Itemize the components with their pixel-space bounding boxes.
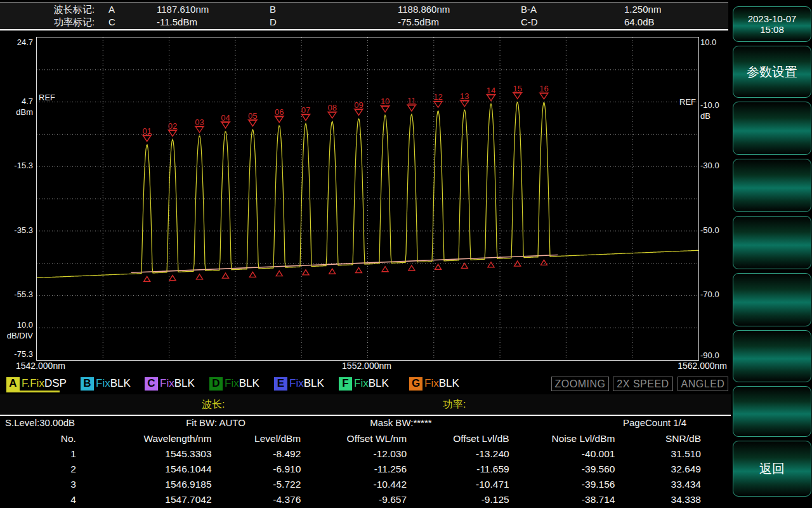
noise-marker-triangle — [144, 276, 150, 281]
ref-label-left: REF — [39, 93, 55, 102]
trace-letter-box: F — [339, 377, 352, 391]
peak-marker-triangle — [381, 106, 389, 112]
marker-ba-value: 1.250nm — [624, 3, 728, 16]
softkey-blank-2[interactable] — [733, 159, 811, 212]
trace-letter-box: C — [145, 377, 158, 391]
wavelength-analysis-label: 波长: — [202, 398, 225, 411]
table-cell: -13.240 — [407, 446, 509, 462]
softkey-blank-6[interactable] — [733, 386, 811, 437]
right-axis-tick: -50.0 — [700, 226, 719, 235]
peak-marker-triangle — [408, 105, 416, 111]
table-cell: 33.434 — [615, 477, 701, 492]
right-axis-unit: dB — [700, 112, 710, 121]
softkey-blank-5[interactable] — [733, 330, 811, 382]
table-cell: 1546.9185 — [76, 477, 212, 492]
table-cell: -8.492 — [212, 446, 301, 462]
left-axis-tick: 4.7 — [0, 97, 33, 106]
softkey-blank-4[interactable] — [733, 273, 811, 326]
noise-marker-triangle — [461, 264, 468, 269]
noise-fit-line — [131, 255, 558, 272]
trace-letter-box: E — [274, 377, 287, 391]
col-header: Level/dBm — [212, 431, 301, 446]
table-cell: -12.030 — [301, 446, 407, 462]
marker-a-label: A — [108, 3, 157, 16]
peak-marker-triangle — [355, 110, 362, 116]
table-cell: 1545.3303 — [76, 446, 212, 462]
col-header: No. — [0, 431, 76, 446]
trace-letter-box: D — [209, 377, 223, 391]
fit-bw-value: Fit BW: AUTO — [186, 417, 246, 428]
trace-b-legend[interactable]: BFixBLK — [81, 376, 131, 391]
left-axis-tick: -55.3 — [0, 290, 33, 299]
peak-number: 07 — [301, 105, 310, 115]
softkey-back[interactable]: 返回 — [733, 441, 811, 497]
peak-marker-triangle — [435, 102, 442, 107]
table-row: 11545.3303-8.492-12.030-13.240-40.00131.… — [0, 446, 701, 462]
right-axis-tick: -90.0 — [700, 351, 719, 360]
softkey-blank-1[interactable] — [733, 102, 811, 155]
softkey-datetime[interactable]: 2023-10-0715:08 — [733, 6, 811, 42]
power-analysis-label: 功率: — [443, 398, 466, 411]
col-header: Wavelength/nm — [76, 431, 212, 446]
noise-marker-triangle — [540, 260, 547, 265]
trace-sub-label: BLK — [304, 377, 324, 390]
noise-marker-triangle — [514, 261, 521, 266]
peak-number: 15 — [513, 84, 522, 93]
peak-number: 14 — [487, 86, 495, 95]
marker-c-value: -11.5dBm — [157, 16, 270, 29]
noise-marker-triangle — [196, 274, 202, 279]
x-axis-tick-left: 1542.000nm — [16, 361, 65, 370]
softkey-label: 15:08 — [760, 24, 784, 35]
peak-number: 06 — [275, 107, 284, 117]
mask-bw-value: Mask BW:***** — [370, 417, 431, 428]
trace-letter-box: A — [6, 377, 20, 391]
left-axis-tick: -35.3 — [0, 226, 33, 235]
trace-sub-label: BLK — [439, 377, 459, 390]
marker-b-value: 1188.860nm — [398, 3, 521, 16]
col-header: SNR/dB — [615, 431, 701, 446]
noise-marker-triangle — [222, 273, 228, 278]
softkey-sidebar: 2023-10-0715:08参数设置返回 — [731, 0, 812, 508]
peak-marker-triangle — [143, 136, 151, 142]
trace-sub-label: BLK — [174, 377, 195, 390]
power-marker-label: 功率标记: — [54, 16, 108, 29]
noise-marker-triangle — [249, 272, 256, 277]
table-header: No.Wavelength/nmLevel/dBmOffset WL/nmOff… — [0, 431, 701, 446]
trace-e-legend[interactable]: EFixBLK — [274, 376, 324, 391]
noise-marker-triangle — [355, 267, 362, 272]
ref-label-right: REF — [679, 97, 696, 107]
table-cell: -10.471 — [407, 477, 509, 492]
indicator-angled[interactable]: ANGLED — [678, 377, 728, 391]
left-axis-tick: -75.3 — [0, 350, 33, 359]
trace-mode-label: Fix — [354, 377, 369, 390]
table-cell: -11.659 — [407, 462, 509, 477]
trace-letter-box: B — [81, 377, 94, 391]
softkey-blank-3[interactable] — [733, 216, 811, 269]
trace-sub-label: BLK — [110, 377, 131, 390]
table-cell: 3 — [0, 477, 76, 492]
peak-marker-triangle — [514, 93, 521, 99]
trace-a-legend[interactable]: AF.FixDSP — [6, 376, 67, 391]
peak-marker-triangle — [275, 117, 283, 123]
wavelength-marker-row: 波长标记: A 1187.610nm B 1188.860nm B-A 1.25… — [0, 3, 728, 16]
noise-marker-triangle — [435, 264, 442, 269]
trace-f-legend[interactable]: FFixBLK — [339, 376, 389, 391]
trace-d-legend[interactable]: DFixBLK — [209, 376, 259, 391]
trace-mode-label: Fix — [424, 377, 439, 390]
trace-mode-label: Fix — [289, 377, 304, 390]
trace-g-legend[interactable]: GFixBLK — [409, 376, 459, 391]
indicator-2x-speed[interactable]: 2X SPEED — [613, 377, 673, 391]
noise-marker-triangle — [276, 271, 282, 276]
trace-c-legend[interactable]: CFixBLK — [145, 376, 195, 391]
peak-number: 10 — [381, 97, 390, 106]
marker-cd-label: C-D — [521, 16, 624, 29]
peak-results-table: No.Wavelength/nmLevel/dBmOffset WL/nmOff… — [0, 431, 701, 508]
col-header: Offset WL/nm — [301, 431, 407, 446]
trace-legend-row: AF.FixDSPBFixBLKCFixBLKDFixBLKEFixBLKFFi… — [0, 375, 731, 393]
softkey-param-settings[interactable]: 参数设置 — [733, 46, 811, 98]
marker-ba-label: B-A — [521, 3, 624, 16]
table-row: 31546.9185-5.722-10.442-10.471-39.15633.… — [0, 477, 701, 492]
spectrum-svg: REFREF01020304050607080910111213141516 — [37, 37, 698, 360]
marker-d-label: D — [270, 16, 398, 29]
indicator-zooming[interactable]: ZOOMING — [551, 377, 609, 391]
